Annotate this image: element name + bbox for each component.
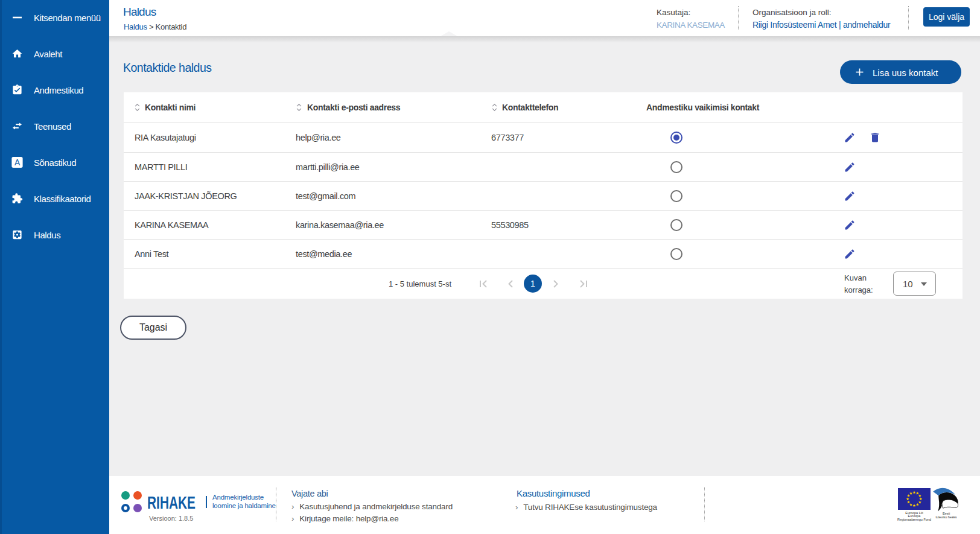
svg-text:A: A: [14, 157, 21, 167]
